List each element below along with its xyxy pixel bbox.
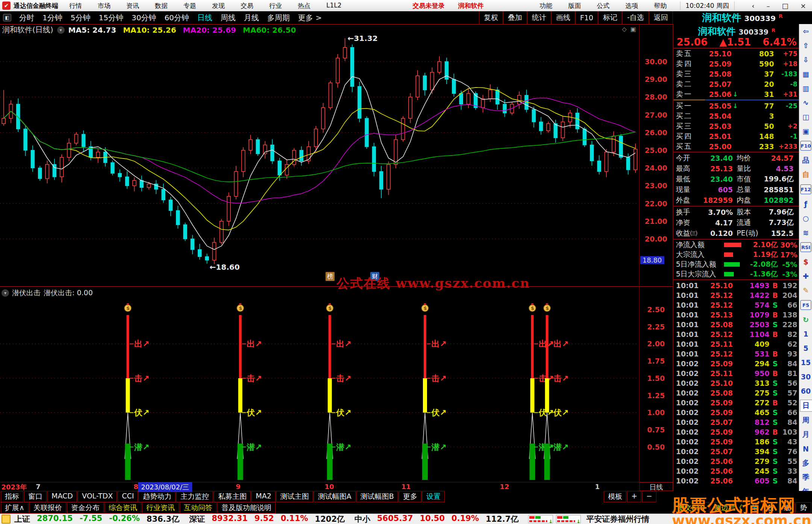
extension-tab[interactable]: 互动问答 <box>180 502 217 513</box>
period-tab[interactable]: 月线 <box>240 13 263 23</box>
axis-period-label[interactable]: 日线 <box>639 482 673 491</box>
strip-icon[interactable]: RSI <box>800 242 811 252</box>
strip-icon[interactable]: N <box>800 442 812 456</box>
menu-item[interactable]: 资讯 <box>118 2 147 10</box>
toolbar-button[interactable]: 画线 <box>551 11 575 24</box>
strip-icon[interactable]: 1 <box>800 327 812 341</box>
strip-icon[interactable]: 品 <box>800 153 812 168</box>
alert-link[interactable]: 润和软件 <box>451 2 491 10</box>
strip-icon[interactable]: 季 <box>800 470 812 485</box>
pane-toggle-icon[interactable]: ◧ <box>3 14 11 21</box>
period-tab[interactable]: 5分钟 <box>67 13 95 23</box>
toolbar-button[interactable]: 返回 <box>649 11 673 24</box>
menu-item[interactable]: 热点 <box>290 2 318 10</box>
strip-icon[interactable]: 周 <box>800 413 812 427</box>
period-tab[interactable]: 30分钟 <box>127 13 160 23</box>
strip-icon[interactable]: F10 <box>800 141 811 151</box>
alert-link[interactable]: 交易未登录 <box>406 2 451 10</box>
chevron-down-icon[interactable]: ▾ <box>57 26 65 34</box>
template-button[interactable]: + <box>627 491 641 502</box>
indicator-tab[interactable]: 私募主图 <box>214 491 251 502</box>
toolbar-button[interactable]: 统计 <box>527 11 551 24</box>
strip-icon[interactable]: 日 <box>800 400 812 412</box>
extension-tab[interactable]: 行业资讯 <box>142 502 179 513</box>
strip-icon[interactable]: ⇧ <box>800 38 812 53</box>
strip-icon[interactable]: 5 <box>800 341 812 355</box>
menu-item[interactable]: 行业 <box>261 2 290 10</box>
period-tab[interactable]: 1分钟 <box>38 13 67 23</box>
indicator-chart[interactable]: ▾ 潜伏出击 潜伏出击: 0.00 $出↗击↗伏↗潜↗$出↗击↗伏↗潜↗$出↗击… <box>0 286 639 483</box>
indicator-tab[interactable]: 主力监控 <box>176 491 213 502</box>
strip-icon[interactable]: ✎ <box>800 283 812 297</box>
menu-item[interactable]: 帮助 <box>646 2 675 10</box>
chart-corner-icon[interactable]: ▣ <box>630 26 636 33</box>
market-status-icon[interactable] <box>2 515 11 524</box>
indicator-tab[interactable]: MA2 <box>251 491 275 502</box>
indicator-tab[interactable]: 指标 <box>1 491 23 502</box>
indicator-tab[interactable]: 测试主图 <box>276 491 313 502</box>
indicator-tab[interactable]: 测试幅图B <box>356 491 398 502</box>
chevron-down-icon[interactable]: ▾ <box>2 289 9 297</box>
event-badge[interactable]: 榜 <box>326 272 335 281</box>
strip-icon[interactable]: ∿ <box>800 95 812 110</box>
extension-tab[interactable]: 综合资讯 <box>105 502 141 513</box>
indicator-tab[interactable]: 更多 <box>399 491 421 502</box>
menu-item[interactable]: 专题 <box>176 2 204 10</box>
strip-icon[interactable]: 30 <box>800 370 812 384</box>
strip-icon[interactable]: 多 <box>800 456 812 470</box>
strip-icon[interactable]: $ <box>800 255 812 269</box>
menu-item[interactable]: 发现 <box>204 2 233 10</box>
period-tab[interactable]: 60分钟 <box>160 13 193 23</box>
period-tab[interactable]: 分时 <box>15 13 38 23</box>
indicator-tab[interactable]: MACD <box>47 491 77 502</box>
menu-item[interactable]: 版面 <box>561 2 589 10</box>
strip-icon[interactable]: ƒ <box>800 197 812 211</box>
strip-icon[interactable]: ▣ <box>800 124 812 138</box>
extension-tab[interactable]: 资金分布 <box>67 502 104 513</box>
strip-icon[interactable]: F12 <box>800 184 811 194</box>
period-tab[interactable]: 多周期 <box>263 13 294 23</box>
extension-tab[interactable]: 普及版功能说明 <box>217 502 276 513</box>
market-mini-icon[interactable]: ↓ <box>528 515 553 523</box>
indicator-tab[interactable]: 窗口 <box>24 491 47 502</box>
strip-icon[interactable]: ↻ <box>800 313 812 327</box>
market-mini-icon[interactable]: ↓ <box>556 515 581 523</box>
menu-item[interactable]: 功能 <box>532 2 561 10</box>
indicator-tab[interactable]: 设置 <box>422 491 445 502</box>
strip-icon[interactable]: ≋ <box>800 225 812 240</box>
menu-item[interactable]: 交易 <box>233 2 261 10</box>
strip-icon[interactable]: 月 <box>800 427 812 442</box>
maximize-icon[interactable]: □ <box>776 2 794 10</box>
order-book-row[interactable]: 买四25.01148-1 <box>674 131 800 141</box>
strip-icon[interactable]: F5 <box>800 300 811 310</box>
toolbar-button[interactable]: F10 <box>575 11 598 24</box>
strip-icon[interactable]: 60 <box>800 384 812 398</box>
period-tab[interactable]: 周线 <box>217 13 240 23</box>
period-tab[interactable]: 15分钟 <box>94 13 127 23</box>
strip-icon[interactable]: ◫ <box>800 110 812 124</box>
toolbar-button[interactable]: -自选 <box>622 11 649 24</box>
indicator-tab[interactable]: CCI <box>118 491 138 502</box>
menu-item[interactable]: 选项 <box>618 2 646 10</box>
template-button[interactable]: − <box>642 491 656 502</box>
toolbar-button[interactable]: 叠加 <box>503 11 527 24</box>
indicator-tab[interactable]: VOL-TDX <box>78 491 117 502</box>
candlestick-plot[interactable]: ←31.32←18.60 <box>0 24 639 285</box>
menu-item[interactable]: 行情 <box>61 2 90 10</box>
strip-icon[interactable]: ▥ <box>800 81 812 95</box>
strip-icon[interactable]: ▦ <box>800 67 812 81</box>
minimize-icon[interactable]: – <box>760 2 776 10</box>
indicator-tab[interactable]: 测试幅图A <box>314 491 356 502</box>
strip-icon[interactable]: ⇩ <box>800 53 812 67</box>
strip-icon[interactable]: 15 <box>800 355 812 370</box>
toolbar-button[interactable]: 标记 <box>598 11 622 24</box>
order-book-row[interactable]: 买二25.043 <box>674 111 800 121</box>
close-icon[interactable]: × <box>794 2 812 10</box>
strip-icon[interactable]: ⇦ <box>800 24 812 38</box>
main-chart[interactable]: 润和软件(日线) ▾ MA5: 24.73MA10: 25.26MA20: 25… <box>0 24 639 285</box>
template-button[interactable]: 模板 <box>604 491 626 502</box>
order-book-row[interactable]: 卖三25.0837-183 <box>674 69 800 79</box>
menu-item[interactable]: 市场 <box>90 2 118 10</box>
indicator-tab[interactable]: 趋势动力 <box>139 491 176 502</box>
order-book-row[interactable]: 买五25.00233+233 <box>674 141 800 151</box>
